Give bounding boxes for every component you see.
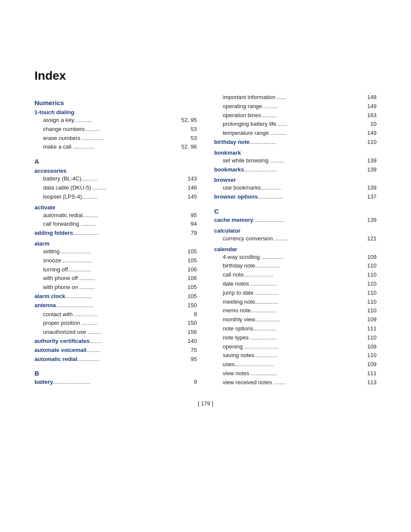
list-item: date notes .................110 (214, 280, 377, 289)
list-item: view received notes ........113 (214, 378, 377, 387)
list-item: birthday note................110 (214, 261, 377, 271)
list-item: opening ......................109 (214, 342, 377, 352)
list-item: with phone off ..........106 (34, 274, 197, 283)
left-column: Numerics 1-touch dialing assign a key...… (34, 93, 197, 387)
list-item: unauthorized use .........156 (34, 328, 197, 337)
subheader-bookmark: bookmark (214, 149, 377, 156)
list-item: assign a key............52, 95 (34, 116, 197, 125)
list-item: turning off...............106 (34, 265, 197, 274)
list-item: bookmarks.....................139 (214, 165, 377, 174)
list-item: change numbers..........53 (34, 125, 197, 134)
list-item: monthly view................109 (214, 315, 377, 324)
index-title: Index (34, 69, 377, 83)
section-c: C (214, 208, 377, 215)
list-item: set while browsing .........139 (214, 156, 377, 165)
list-item: automate voicemail.........75 (34, 346, 197, 355)
list-item: meeting note...............110 (214, 298, 377, 307)
section-numerics: Numerics (34, 99, 197, 106)
list-item: jump to date ...............110 (214, 289, 377, 298)
subheader-calculator: calculator (214, 227, 377, 234)
list-item: battery (BL-4C)..........143 (34, 174, 197, 184)
list-item: use bookmarks.............139 (214, 184, 377, 193)
list-item: operating range..........149 (214, 102, 377, 111)
subheader-accessories: accessories (34, 168, 197, 174)
list-item: prolonging battery life.......10 (214, 120, 377, 129)
browser-options-entry: browser options................137 (214, 193, 377, 202)
birthday-note-entry: birthday note.................110 (214, 138, 377, 147)
list-item: with phone on ..........105 (34, 283, 197, 292)
list-item: contact with ...............9 (34, 310, 197, 319)
list-item: important information ......148 (214, 93, 377, 102)
subheader-activate: activate (34, 204, 197, 211)
list-item: alarm clock.................105 (34, 292, 197, 301)
section-b: B (34, 370, 197, 377)
page-number: [ 179 ] (34, 400, 377, 407)
cache-memory-entry: cache memory ...................139 (214, 216, 377, 225)
list-item: data cable (DKU-5) .........146 (34, 184, 197, 193)
list-item: memo note.................110 (214, 306, 377, 315)
right-column: important information ......148 operatin… (214, 93, 377, 387)
subheader-browser: browser (214, 177, 377, 183)
list-item: loopset (LPS-4)..........145 (34, 193, 197, 202)
subheader-1touch: 1-touch dialing (34, 109, 197, 115)
list-item: view notes .................111 (214, 369, 377, 378)
list-item: snooze ...................105 (34, 256, 197, 265)
list-item: uses.........................109 (214, 360, 377, 369)
list-item: make a call ..............52, 96 (34, 143, 197, 152)
list-item: note options...............111 (214, 324, 377, 333)
list-item: automatic redial..........95 (34, 211, 197, 220)
section-a: A (34, 158, 197, 165)
list-item: currency conversion .........121 (214, 234, 377, 243)
subheader-alarm: alarm (34, 240, 197, 247)
list-item: antenna........................150 (34, 301, 197, 310)
list-item: operation times..........163 (214, 111, 377, 120)
list-item: automatic redial..............95 (34, 355, 197, 364)
page: Index Numerics 1-touch dialing assign a … (0, 0, 411, 441)
columns: Numerics 1-touch dialing assign a key...… (34, 93, 377, 387)
list-item: note types .................110 (214, 333, 377, 342)
subheader-calendar: calendar (214, 246, 377, 252)
list-item: 4-way scrolling ..............109 (214, 253, 377, 262)
list-item: battery........................9 (34, 378, 197, 387)
list-item: erase numbers ..............53 (34, 134, 197, 143)
list-item: call forwarding ..........94 (34, 220, 197, 229)
list-item: call note...................110 (214, 271, 377, 280)
list-item: proper position ..........150 (34, 319, 197, 328)
list-item: saving notes...............110 (214, 351, 377, 360)
authority-certificates-entry: authority certificates........140 (34, 337, 197, 346)
list-item: adding folders................79 (34, 229, 197, 238)
list-item: temperature range ..........149 (214, 129, 377, 138)
list-item: setting ...................105 (34, 247, 197, 256)
